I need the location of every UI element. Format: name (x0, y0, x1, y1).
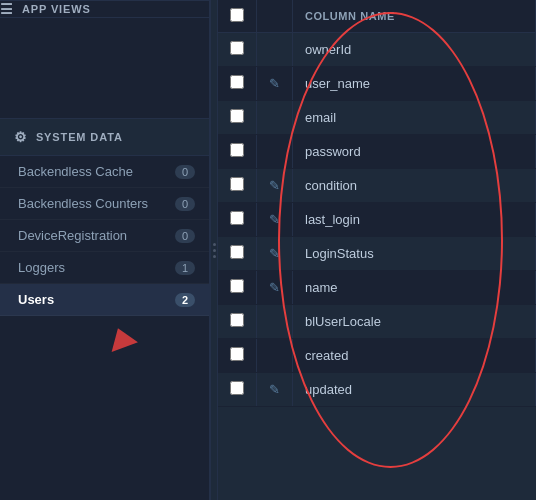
row-edit-cell: ✎ (257, 169, 293, 203)
sidebar-item-label: Loggers (18, 260, 65, 275)
row-checkbox[interactable] (230, 279, 244, 293)
row-column-name: ownerId (293, 33, 536, 67)
table-wrapper: COLUMN NAME ownerId✎user_nameemailpasswo… (218, 0, 536, 500)
sidebar-item-badge: 0 (175, 165, 195, 179)
row-column-name: blUserLocale (293, 305, 536, 339)
table-row: blUserLocale (218, 305, 536, 339)
table-header-row: COLUMN NAME (218, 0, 536, 33)
sidebar-item-badge: 2 (175, 293, 195, 307)
table-row: ✎name (218, 271, 536, 305)
row-checkbox-cell (218, 339, 257, 373)
row-checkbox-cell (218, 305, 257, 339)
header-checkbox[interactable] (230, 8, 244, 22)
sidebar-item-label: Backendless Counters (18, 196, 148, 211)
sidebar-item-loggers[interactable]: Loggers 1 (0, 252, 209, 284)
row-column-name: LoginStatus (293, 237, 536, 271)
system-data-list: Backendless Cache 0 Backendless Counters… (0, 156, 209, 500)
row-edit-cell: ✎ (257, 237, 293, 271)
row-checkbox[interactable] (230, 381, 244, 395)
sidebar-item-label: Users (18, 292, 54, 307)
sidebar-item-label: Backendless Cache (18, 164, 133, 179)
divider-handle[interactable] (210, 0, 218, 500)
column-table: COLUMN NAME ownerId✎user_nameemailpasswo… (218, 0, 536, 407)
app-views-label: APP VIEWS (22, 3, 91, 15)
row-checkbox-cell (218, 271, 257, 305)
edit-icon[interactable]: ✎ (269, 212, 280, 227)
row-checkbox[interactable] (230, 177, 244, 191)
row-column-name: email (293, 101, 536, 135)
sidebar-item-badge: 0 (175, 229, 195, 243)
table-body: ownerId✎user_nameemailpassword✎condition… (218, 33, 536, 407)
row-column-name: updated (293, 373, 536, 407)
row-edit-cell: ✎ (257, 67, 293, 101)
row-column-name: password (293, 135, 536, 169)
row-edit-cell (257, 135, 293, 169)
header-column-name: COLUMN NAME (293, 0, 536, 33)
row-edit-cell (257, 101, 293, 135)
divider-dot (213, 249, 216, 252)
table-row: ✎updated (218, 373, 536, 407)
table-row: ✎condition (218, 169, 536, 203)
row-checkbox[interactable] (230, 143, 244, 157)
row-checkbox[interactable] (230, 245, 244, 259)
table-row: ✎user_name (218, 67, 536, 101)
row-checkbox[interactable] (230, 313, 244, 327)
row-edit-cell: ✎ (257, 373, 293, 407)
sidebar-item-label: DeviceRegistration (18, 228, 127, 243)
table-row: created (218, 339, 536, 373)
system-data-label: SYSTEM DATA (36, 131, 123, 143)
row-column-name: user_name (293, 67, 536, 101)
sidebar: ☰ APP VIEWS ⚙ SYSTEM DATA Backendless Ca… (0, 0, 210, 500)
row-edit-cell (257, 339, 293, 373)
sidebar-item-backendless-counters[interactable]: Backendless Counters 0 (0, 188, 209, 220)
edit-icon[interactable]: ✎ (269, 280, 280, 295)
row-checkbox-cell (218, 101, 257, 135)
row-edit-cell (257, 305, 293, 339)
table-row: password (218, 135, 536, 169)
row-column-name: condition (293, 169, 536, 203)
divider-dot (213, 255, 216, 258)
divider-dots (213, 243, 216, 258)
table-row: ownerId (218, 33, 536, 67)
row-checkbox[interactable] (230, 347, 244, 361)
sidebar-item-backendless-cache[interactable]: Backendless Cache 0 (0, 156, 209, 188)
table-row: email (218, 101, 536, 135)
row-checkbox[interactable] (230, 41, 244, 55)
row-checkbox-cell (218, 33, 257, 67)
edit-icon[interactable]: ✎ (269, 76, 280, 91)
edit-icon[interactable]: ✎ (269, 246, 280, 261)
arrow-up-icon (104, 324, 137, 352)
row-checkbox-cell (218, 373, 257, 407)
header-edit-cell (257, 0, 293, 33)
app-views-section-header: ☰ APP VIEWS (0, 0, 209, 18)
system-data-icon: ⚙ (14, 129, 28, 145)
sidebar-item-device-registration[interactable]: DeviceRegistration 0 (0, 220, 209, 252)
sidebar-item-badge: 1 (175, 261, 195, 275)
system-data-section-header: ⚙ SYSTEM DATA (0, 118, 209, 156)
sidebar-item-users[interactable]: Users 2 (0, 284, 209, 316)
app-views-icon: ☰ (0, 1, 14, 17)
edit-icon[interactable]: ✎ (269, 382, 280, 397)
edit-icon[interactable]: ✎ (269, 178, 280, 193)
table-row: ✎LoginStatus (218, 237, 536, 271)
row-column-name: name (293, 271, 536, 305)
row-checkbox[interactable] (230, 109, 244, 123)
app-views-content (0, 18, 209, 118)
row-edit-cell: ✎ (257, 271, 293, 305)
row-checkbox-cell (218, 67, 257, 101)
row-edit-cell (257, 33, 293, 67)
row-checkbox-cell (218, 169, 257, 203)
row-edit-cell: ✎ (257, 203, 293, 237)
arrow-indicator (0, 316, 209, 356)
row-column-name: last_login (293, 203, 536, 237)
table-row: ✎last_login (218, 203, 536, 237)
main-content: COLUMN NAME ownerId✎user_nameemailpasswo… (218, 0, 536, 500)
row-column-name: created (293, 339, 536, 373)
row-checkbox-cell (218, 203, 257, 237)
row-checkbox[interactable] (230, 211, 244, 225)
sidebar-item-badge: 0 (175, 197, 195, 211)
row-checkbox[interactable] (230, 75, 244, 89)
row-checkbox-cell (218, 237, 257, 271)
header-checkbox-cell (218, 0, 257, 33)
divider-dot (213, 243, 216, 246)
